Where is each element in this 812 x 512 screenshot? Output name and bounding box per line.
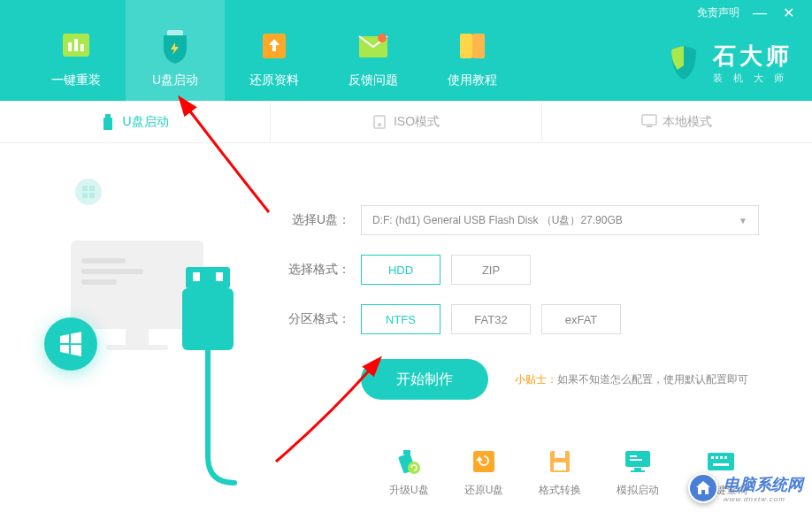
svg-rect-24: [126, 329, 149, 345]
select-format-label: 选择格式：: [283, 262, 350, 278]
partition-option-fat32[interactable]: FAT32: [451, 304, 531, 334]
windows-logo-icon: [44, 317, 97, 371]
partition-option-ntfs[interactable]: NTFS: [361, 304, 440, 334]
svg-rect-1: [68, 42, 72, 51]
svg-rect-46: [724, 456, 727, 459]
save-icon: [544, 447, 576, 476]
svg-rect-22: [81, 269, 143, 274]
shield-icon: [154, 28, 196, 64]
svg-rect-15: [647, 126, 652, 127]
tool-label: 还原U盘: [464, 483, 504, 498]
nav-label: 反馈问题: [349, 73, 398, 88]
usb-icon: [102, 114, 116, 130]
subtab-label: ISO模式: [394, 114, 440, 130]
tool-label: 格式转换: [539, 483, 581, 498]
header: 免责声明 — ✕ 一键重装 U盘启动 还原资料 反馈问题: [0, 0, 812, 101]
tip-text: 小贴士：如果不知道怎么配置，使用默认配置即可: [515, 372, 748, 387]
subtab-local[interactable]: 本地模式: [542, 101, 812, 142]
subtab-label: 本地模式: [663, 114, 712, 130]
svg-rect-27: [193, 272, 200, 281]
nav-usb-boot[interactable]: U盘启动: [126, 0, 225, 101]
house-icon: [688, 473, 718, 503]
nav-label: 一键重装: [51, 73, 101, 88]
svg-point-7: [378, 34, 387, 42]
iso-icon: [372, 114, 387, 130]
tool-restore-usb[interactable]: 还原U盘: [464, 447, 504, 498]
watermark-url: www.dnxtw.com: [724, 495, 803, 503]
svg-rect-43: [711, 456, 714, 459]
format-option-hdd[interactable]: HDD: [361, 255, 440, 285]
brand-subtitle: 装机大师: [713, 72, 794, 85]
dropdown-value: D:F: (hd1) General USB Flash Disk （U盘）27…: [372, 213, 623, 228]
nav-label: U盘启动: [152, 73, 198, 88]
brand-logo-icon: [663, 42, 704, 83]
keyboard-icon: [705, 447, 737, 476]
tool-format-convert[interactable]: 格式转换: [539, 447, 581, 498]
svg-rect-16: [82, 186, 88, 191]
brand: 石大师 装机大师: [663, 41, 794, 85]
select-usb-label: 选择U盘：: [283, 212, 350, 228]
book-icon: [451, 28, 494, 64]
usb-refresh-icon: [393, 447, 425, 476]
svg-rect-2: [74, 39, 78, 51]
svg-rect-18: [82, 193, 88, 198]
start-create-button[interactable]: 开始制作: [361, 359, 488, 400]
svg-rect-11: [103, 118, 112, 130]
subtab-label: U盘启动: [123, 114, 169, 130]
svg-rect-45: [720, 456, 723, 459]
subtab-usb[interactable]: U盘启动: [0, 101, 271, 142]
svg-rect-38: [634, 468, 641, 470]
svg-rect-19: [89, 193, 95, 198]
svg-rect-14: [642, 115, 656, 125]
svg-rect-29: [182, 288, 234, 350]
format-option-zip[interactable]: ZIP: [451, 255, 531, 285]
tool-simulate-boot[interactable]: 模拟启动: [617, 447, 659, 498]
action-row: 开始制作 小贴士：如果不知道怎么配置，使用默认配置即可: [361, 359, 759, 400]
svg-rect-10: [105, 114, 111, 118]
minimize-button[interactable]: —: [752, 6, 768, 20]
nav-label: 还原资料: [249, 73, 299, 88]
svg-rect-26: [186, 267, 230, 288]
svg-rect-9: [472, 34, 485, 58]
svg-rect-25: [106, 345, 168, 350]
disclaimer-link[interactable]: 免责声明: [697, 5, 739, 20]
envelope-icon: [352, 28, 395, 64]
brand-name: 石大师: [713, 41, 794, 72]
svg-rect-23: [81, 279, 117, 285]
svg-rect-39: [631, 470, 645, 472]
titlebar: 免责声明 — ✕: [697, 5, 796, 20]
nav-tutorial[interactable]: 使用教程: [423, 28, 522, 101]
svg-rect-36: [554, 462, 566, 470]
tip-label: 小贴士：: [515, 373, 557, 386]
bar-chart-icon: [55, 28, 97, 64]
monitor-icon: [641, 114, 655, 130]
svg-rect-33: [473, 451, 494, 472]
sub-tabs: U盘启动 ISO模式 本地模式: [0, 101, 812, 143]
partition-option-exfat[interactable]: exFAT: [541, 304, 621, 334]
illustration-pane: [0, 143, 274, 512]
svg-point-13: [378, 123, 381, 126]
partition-label: 分区格式：: [283, 311, 350, 327]
svg-rect-17: [89, 186, 95, 191]
upload-icon: [253, 28, 295, 64]
svg-rect-8: [460, 34, 472, 58]
svg-rect-44: [716, 456, 718, 459]
row-partition-format: 分区格式： NTFS FAT32 exFAT: [283, 304, 759, 334]
nav-reinstall[interactable]: 一键重装: [27, 28, 126, 101]
usb-dropdown[interactable]: D:F: (hd1) General USB Flash Disk （U盘）27…: [361, 205, 759, 235]
svg-rect-21: [81, 258, 126, 264]
row-select-usb: 选择U盘： D:F: (hd1) General USB Flash Disk …: [283, 205, 759, 235]
tool-label: 升级U盘: [389, 483, 429, 498]
monitor-sim-icon: [622, 447, 654, 476]
windows-dim-icon: [75, 179, 102, 205]
chevron-down-icon: ▼: [739, 216, 747, 225]
close-button[interactable]: ✕: [780, 6, 796, 20]
nav-feedback[interactable]: 反馈问题: [324, 28, 423, 101]
nav-label: 使用教程: [448, 73, 497, 88]
nav-restore[interactable]: 还原资料: [225, 28, 324, 101]
svg-rect-28: [216, 272, 223, 281]
watermark-title: 电脑系统网: [724, 474, 803, 495]
row-select-format: 选择格式： HDD ZIP: [283, 255, 759, 285]
subtab-iso[interactable]: ISO模式: [271, 101, 541, 142]
tool-upgrade-usb[interactable]: 升级U盘: [389, 447, 429, 498]
